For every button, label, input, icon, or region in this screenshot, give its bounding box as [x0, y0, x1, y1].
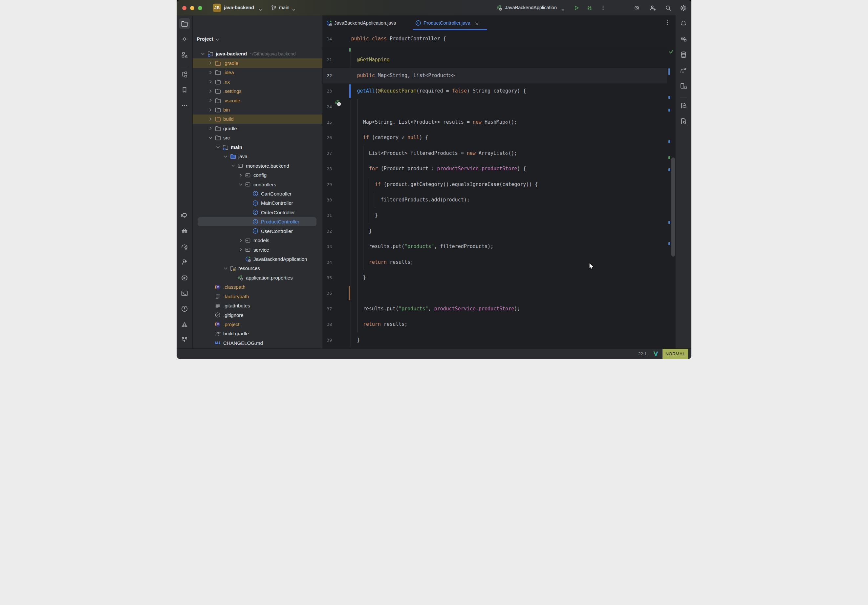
- line-number[interactable]: 27: [323, 145, 332, 161]
- code-with-me-button[interactable]: [649, 5, 656, 11]
- tree-item--project[interactable]: .project: [193, 320, 322, 329]
- bookmarks-button[interactable]: [178, 83, 191, 97]
- chevron-down-icon[interactable]: [216, 145, 222, 150]
- chevron-right-icon[interactable]: [238, 238, 245, 243]
- tree-item--settings[interactable]: .settings: [193, 87, 322, 96]
- tree-item-gradle[interactable]: gradle: [193, 124, 322, 133]
- ai-assistant-button[interactable]: [677, 32, 690, 46]
- documentation-button[interactable]: [677, 98, 690, 113]
- sticky-line[interactable]: 14public class ProductController {: [323, 30, 667, 48]
- tree-item-build-gradle[interactable]: build.gradle: [193, 329, 322, 338]
- vim-mode-badge[interactable]: NORMAL: [662, 349, 688, 359]
- line-number[interactable]: 23: [323, 84, 332, 99]
- chevron-right-icon[interactable]: [238, 173, 245, 178]
- chevron-right-icon[interactable]: [238, 248, 245, 252]
- code-line-35[interactable]: }: [351, 270, 366, 285]
- chevron-down-icon[interactable]: [238, 182, 245, 187]
- find-button[interactable]: [677, 114, 690, 128]
- tree-item-bin[interactable]: bin: [193, 105, 322, 114]
- code-line-33[interactable]: results.put("products", filteredProducts…: [351, 239, 494, 254]
- tree-item--gitignore[interactable]: .gitignore: [193, 310, 322, 320]
- line-number[interactable]: 26: [323, 130, 332, 145]
- code-line-37[interactable]: results.put("products", productService.p…: [351, 301, 520, 317]
- chevron-right-icon[interactable]: [208, 116, 215, 121]
- tree-item-ordercontroller[interactable]: COrderController: [193, 208, 322, 217]
- database-button[interactable]: [677, 48, 690, 62]
- line-number[interactable]: 21: [323, 52, 332, 68]
- line-number[interactable]: 30: [323, 192, 332, 208]
- code-line-29[interactable]: if (product.getCategory().equalsIgnoreCa…: [351, 177, 538, 192]
- tree-item--gradle[interactable]: .gradle: [193, 59, 322, 68]
- code-line-23[interactable]: getAll(@RequestParam(required = false) S…: [351, 84, 526, 99]
- code-line-25[interactable]: Map<String, List<Product>> results = new…: [351, 115, 518, 130]
- tree-item--vscode[interactable]: .vscode: [193, 96, 322, 105]
- line-number[interactable]: 38: [323, 317, 332, 332]
- warnings-button[interactable]: [178, 317, 191, 332]
- tree-item-java[interactable]: java: [193, 152, 322, 161]
- code-line-31[interactable]: }: [351, 208, 378, 223]
- editor-scrollbar[interactable]: [671, 158, 675, 257]
- shapes-button[interactable]: [178, 48, 191, 62]
- chevron-down-icon[interactable]: [223, 154, 230, 159]
- code-line-28[interactable]: for (Product product : productService.pr…: [351, 161, 526, 176]
- code-line-34[interactable]: return results;: [351, 255, 414, 270]
- code-line-32[interactable]: }: [351, 223, 372, 239]
- tree-item-service[interactable]: service: [193, 245, 322, 254]
- inspections-ok-icon[interactable]: [668, 49, 674, 54]
- code-viewport[interactable]: 21@GetMapping22public Map<String, List<P…: [323, 15, 667, 349]
- inspection-stripe[interactable]: [667, 30, 676, 349]
- tree-item-src[interactable]: src: [193, 133, 322, 142]
- vim-plugin-icon[interactable]: [653, 351, 659, 357]
- tree-item-main[interactable]: main: [193, 142, 322, 152]
- tree-item-resources[interactable]: resources: [193, 264, 322, 273]
- zoom-button[interactable]: [198, 6, 202, 10]
- tree-item--factorypath[interactable]: .factorypath: [193, 292, 322, 301]
- search-icon[interactable]: [665, 5, 671, 11]
- chevron-right-icon[interactable]: [208, 107, 215, 112]
- chevron-right-icon[interactable]: [208, 98, 215, 103]
- vcs-whitespace-marker[interactable]: [349, 286, 350, 300]
- line-number[interactable]: 34: [323, 255, 332, 270]
- line-number[interactable]: 36: [323, 285, 332, 301]
- line-number[interactable]: 25: [323, 115, 332, 130]
- terminal-button[interactable]: [178, 286, 191, 300]
- debug-button[interactable]: [586, 5, 593, 11]
- line-number[interactable]: 35: [323, 270, 332, 285]
- line-number[interactable]: 22: [323, 68, 332, 84]
- tree-item-build[interactable]: build: [193, 115, 322, 124]
- chevron-down-icon[interactable]: [231, 163, 237, 168]
- device-manager-button[interactable]: [677, 79, 690, 93]
- tree-item-monostore-backend[interactable]: monostore.backend: [193, 161, 322, 170]
- project-selector[interactable]: java-backend: [224, 0, 254, 15]
- commit-button[interactable]: [178, 32, 191, 46]
- code-line-27[interactable]: List<Product> filteredProducts = new Arr…: [351, 145, 518, 161]
- code-line-14[interactable]: public class ProductController {: [351, 31, 446, 46]
- tree-item--gitattributes[interactable]: .gitattributes: [193, 301, 322, 310]
- chevron-right-icon[interactable]: [208, 79, 215, 84]
- tree-item--nx[interactable]: .nx: [193, 77, 322, 86]
- tree-item-usercontroller[interactable]: CUserController: [193, 226, 322, 235]
- chevron-right-icon[interactable]: [208, 61, 215, 66]
- line-number[interactable]: 37: [323, 301, 332, 317]
- build-button[interactable]: [178, 255, 191, 269]
- line-number[interactable]: 28: [323, 161, 332, 176]
- vcs-modified-marker[interactable]: [349, 84, 350, 98]
- rest-endpoint-gutter-icon[interactable]: [335, 99, 342, 107]
- tree-item-controllers[interactable]: controllers: [193, 180, 322, 189]
- chevron-down-icon[interactable]: [201, 51, 207, 56]
- code-line-39[interactable]: }: [351, 333, 360, 348]
- minimize-button[interactable]: [190, 6, 194, 10]
- tree-item--classpath[interactable]: .classpath: [193, 283, 322, 292]
- tree-item-productcontroller[interactable]: CProductController: [193, 217, 322, 226]
- line-number[interactable]: 32: [323, 223, 332, 239]
- tree-item-changelog-md[interactable]: MCHANGELOG.md: [193, 338, 322, 347]
- services-button[interactable]: [178, 271, 191, 285]
- run-button[interactable]: [573, 5, 580, 11]
- caret-position[interactable]: 22:1: [638, 349, 647, 359]
- line-number[interactable]: 31: [323, 208, 332, 223]
- chevron-right-icon[interactable]: [208, 70, 215, 75]
- vcs-added-marker[interactable]: [349, 48, 350, 52]
- tree-item-application-properties[interactable]: application.properties: [193, 273, 322, 282]
- line-number[interactable]: 24: [323, 99, 332, 115]
- notifications-button[interactable]: [677, 16, 690, 31]
